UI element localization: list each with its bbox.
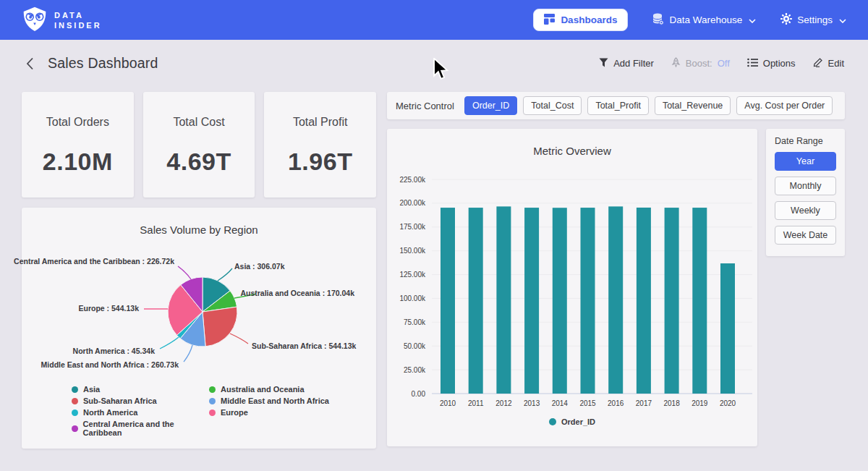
pie-label-australia: Australia and Oceania : 170.04k xyxy=(240,289,354,297)
x-tick-label: 2015 xyxy=(579,399,596,407)
kpi-label: Total Orders xyxy=(46,116,109,129)
pie-chart-area: Central America and the Caribbean : 226.… xyxy=(22,239,376,383)
x-tick-label: 2014 xyxy=(552,399,569,407)
legend-dot xyxy=(209,410,216,416)
date-range-week-date-button[interactable]: Week Date xyxy=(775,226,836,245)
y-tick-label: 150.00k xyxy=(399,247,426,255)
metric-chip-total-profit[interactable]: Total_Profit xyxy=(587,96,649,115)
kpi-label: Total Profit xyxy=(293,116,348,129)
page-title: Sales Dashboard xyxy=(48,55,158,72)
y-tick-label: 175.00k xyxy=(399,223,426,231)
pie-legend-column: AsiaSub-Saharan AfricaNorth AmericaCentr… xyxy=(72,385,209,437)
pie-legend: AsiaSub-Saharan AfricaNorth AmericaCentr… xyxy=(72,385,329,437)
pie-legend-item[interactable]: Middle East and North Africa xyxy=(209,396,329,405)
x-tick-label: 2020 xyxy=(720,399,736,407)
bar-2017[interactable] xyxy=(637,208,651,394)
legend-dot xyxy=(72,410,78,416)
bar-2011[interactable] xyxy=(469,208,483,394)
y-tick-label: 0.00 xyxy=(412,390,426,398)
kpi-row: Total Orders 2.10M Total Cost 4.69T Tota… xyxy=(22,92,376,198)
top-navbar: DATA INSIDER Dashboards xyxy=(0,0,868,40)
date-range-panel: Date Range Year Monthly Weekly Week Date xyxy=(766,129,845,256)
data-warehouse-label: Data Warehouse xyxy=(669,14,742,25)
dashboards-icon xyxy=(544,14,555,27)
pencil-icon xyxy=(813,57,823,69)
legend-label: Central America and the Caribbean xyxy=(83,420,209,437)
gear-icon xyxy=(780,13,792,27)
y-tick-label: 100.00k xyxy=(399,294,426,302)
edit-label: Edit xyxy=(828,58,844,69)
metric-control-bar: Metric Control Order_ID Total_Cost Total… xyxy=(387,92,845,119)
x-tick-label: 2016 xyxy=(608,399,624,407)
sales-volume-card: Sales Volume by Region Central America a… xyxy=(22,208,376,449)
options-button[interactable]: Options xyxy=(747,58,796,69)
bar-2016[interactable] xyxy=(608,206,623,394)
pie-leader-line xyxy=(218,268,232,281)
x-tick-label: 2017 xyxy=(636,399,652,407)
pie-legend-column: Australia and OceaniaMiddle East and Nor… xyxy=(209,385,329,437)
legend-label: Middle East and North Africa xyxy=(221,396,329,405)
page-header: Sales Dashboard Add Filter Boost: Off xyxy=(0,40,868,87)
bar-2014[interactable] xyxy=(553,208,567,394)
bar-2019[interactable] xyxy=(692,208,707,394)
legend-label: Australia and Oceania xyxy=(221,385,305,394)
x-tick-label: 2019 xyxy=(692,399,708,407)
data-warehouse-menu[interactable]: Data Warehouse xyxy=(652,13,756,27)
x-tick-label: 2011 xyxy=(468,399,484,407)
x-tick-label: 2010 xyxy=(440,399,456,407)
legend-label: Sub-Saharan Africa xyxy=(83,396,157,405)
pie-legend-item[interactable]: Europe xyxy=(209,408,329,417)
legend-dot xyxy=(549,418,556,425)
date-range-weekly-button[interactable]: Weekly xyxy=(775,201,836,220)
pie-label-north-america: North America : 45.34k xyxy=(73,347,155,355)
bar-2020[interactable] xyxy=(720,263,735,394)
date-range-year-button[interactable]: Year xyxy=(775,152,836,171)
y-tick-label: 50.00k xyxy=(404,342,426,350)
brand[interactable]: DATA INSIDER xyxy=(22,5,102,35)
bar-chart-legend[interactable]: Order_ID xyxy=(387,417,757,426)
pie-legend-item[interactable]: Central America and the Caribbean xyxy=(72,420,209,437)
pie-label-asia: Asia : 306.07k xyxy=(234,262,284,271)
date-range-monthly-button[interactable]: Monthly xyxy=(775,177,836,195)
rocket-icon xyxy=(671,57,681,69)
pie-legend-item[interactable]: North America xyxy=(72,408,209,417)
pie-legend-item[interactable]: Sub-Saharan Africa xyxy=(72,396,209,405)
edit-button[interactable]: Edit xyxy=(813,57,844,69)
kpi-value: 4.69T xyxy=(166,148,231,176)
list-icon xyxy=(747,58,758,69)
kpi-value: 1.96T xyxy=(288,148,352,176)
metric-chip-total-cost[interactable]: Total_Cost xyxy=(523,96,582,115)
add-filter-button[interactable]: Add Filter xyxy=(599,58,654,69)
settings-menu[interactable]: Settings xyxy=(780,13,846,27)
metric-chip-order-id[interactable]: Order_ID xyxy=(464,96,517,115)
pie-slice-2[interactable] xyxy=(203,307,237,347)
legend-dot xyxy=(209,386,216,393)
dashboards-button[interactable]: Dashboards xyxy=(533,9,628,31)
database-icon xyxy=(652,13,664,27)
date-range-label: Date Range xyxy=(775,136,836,146)
legend-label: Asia xyxy=(83,385,100,394)
bar-2010[interactable] xyxy=(441,208,455,394)
x-tick-label: 2018 xyxy=(663,399,680,407)
kpi-label: Total Cost xyxy=(173,116,224,129)
brand-text: DATA INSIDER xyxy=(54,10,102,30)
y-tick-label: 25.00k xyxy=(404,366,426,374)
pie-leader-line xyxy=(184,345,192,362)
bar-2013[interactable] xyxy=(524,208,539,394)
y-tick-label: 125.00k xyxy=(399,271,426,279)
bar-2018[interactable] xyxy=(665,208,679,394)
bar-2015[interactable] xyxy=(581,208,595,394)
bar-chart: 0.0025.00k50.00k75.00k100.00k125.00k150.… xyxy=(387,129,757,446)
back-button[interactable] xyxy=(22,56,38,72)
pie-legend-item[interactable]: Asia xyxy=(72,385,209,394)
boost-toggle[interactable]: Boost: Off xyxy=(671,57,730,69)
y-tick-label: 75.00k xyxy=(404,318,426,326)
bar-2012[interactable] xyxy=(496,206,511,394)
legend-dot xyxy=(209,398,216,404)
dashboards-label: Dashboards xyxy=(561,14,617,25)
pie-legend-item[interactable]: Australia and Oceania xyxy=(209,385,329,394)
pie-label-europe: Europe : 544.13k xyxy=(79,304,139,313)
chevron-down-icon xyxy=(749,14,756,25)
metric-chip-avg-cost-per-order[interactable]: Avg. Cost per Order xyxy=(736,96,833,115)
metric-chip-total-revenue[interactable]: Total_Revenue xyxy=(655,96,731,115)
